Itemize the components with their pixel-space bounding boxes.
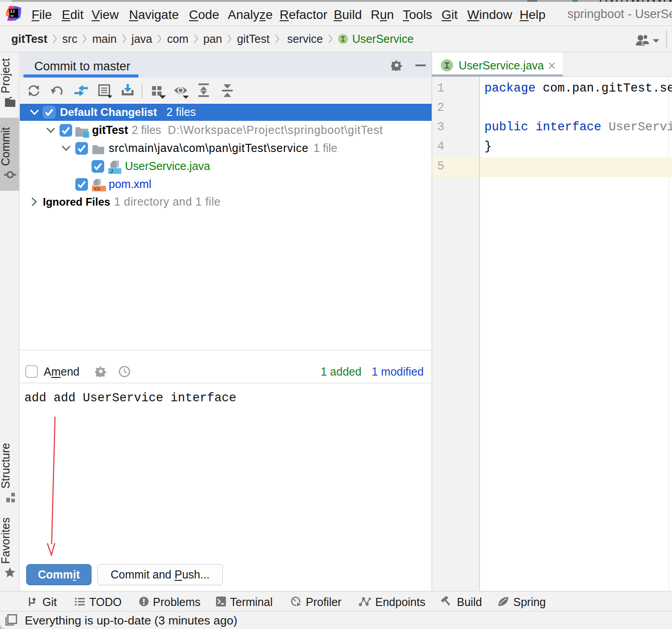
svg-text:IJ: IJ <box>10 9 15 14</box>
svg-text:J: J <box>110 168 113 174</box>
svg-text:<>: <> <box>94 186 100 192</box>
